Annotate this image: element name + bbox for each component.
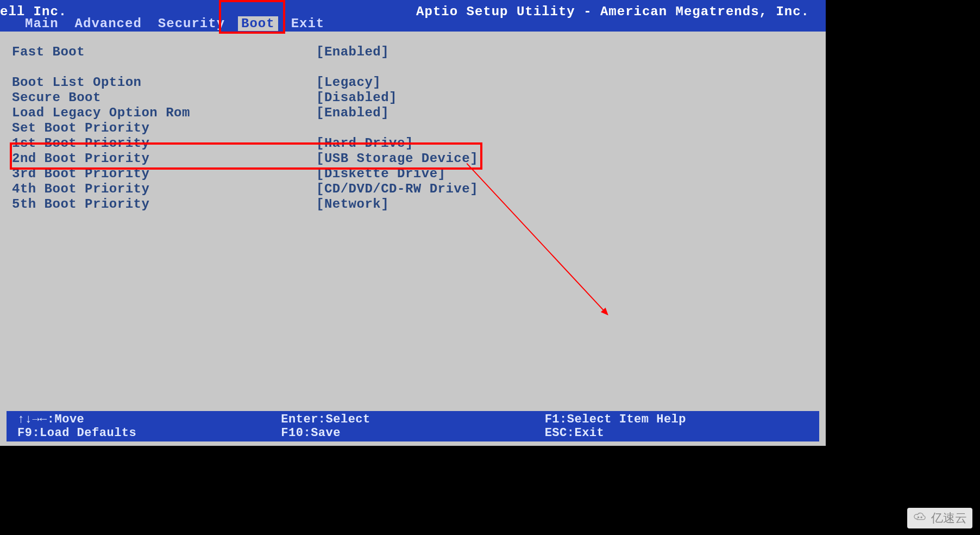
setting-label: 1st Boot Priority: [12, 136, 316, 151]
setting-label: Boot List Option: [12, 75, 316, 90]
setting-label: 4th Boot Priority: [12, 182, 316, 197]
watermark: 亿速云: [907, 508, 972, 528]
setting-value: [Legacy]: [316, 75, 381, 90]
setting-label: Set Boot Priority: [12, 121, 316, 136]
help-load-defaults: F9:Load Defaults: [17, 426, 281, 440]
utility-title: Aptio Setup Utility - American Megatrend…: [416, 4, 809, 19]
setting-fast-boot[interactable]: Fast Boot [Enabled]: [12, 45, 814, 60]
tab-exit[interactable]: Exit: [288, 16, 328, 31]
setting-value: [Diskette Drive]: [316, 166, 445, 182]
setting-value: [Enabled]: [316, 45, 389, 60]
setting-label: 5th Boot Priority: [12, 197, 316, 212]
help-item-help: F1:Select Item Help: [545, 413, 808, 426]
watermark-text: 亿速云: [931, 510, 967, 526]
settings-panel: Fast Boot [Enabled] Boot List Option [Le…: [7, 34, 819, 408]
setting-secure-boot[interactable]: Secure Boot [Disabled]: [12, 90, 814, 105]
cloud-icon: [913, 511, 928, 525]
setting-value: [Network]: [316, 197, 389, 212]
setting-boot-list-option[interactable]: Boot List Option [Legacy]: [12, 75, 814, 90]
help-select: Enter:Select: [281, 413, 544, 426]
setting-4th-boot-priority[interactable]: 4th Boot Priority [CD/DVD/CD-RW Drive]: [12, 182, 814, 197]
setting-3rd-boot-priority[interactable]: 3rd Boot Priority [Diskette Drive]: [12, 166, 814, 182]
help-bar: ↑↓→←:Move Enter:Select F1:Select Item He…: [7, 411, 819, 441]
help-save: F10:Save: [281, 426, 544, 440]
setting-label: [12, 60, 316, 75]
setting-set-boot-priority[interactable]: Set Boot Priority: [12, 121, 814, 136]
tab-advanced[interactable]: Advanced: [72, 16, 145, 31]
setting-1st-boot-priority[interactable]: 1st Boot Priority [Hard Drive]: [12, 136, 814, 151]
bios-screen: ell Inc. Aptio Setup Utility - American …: [0, 0, 826, 446]
help-move: ↑↓→←:Move: [17, 413, 281, 426]
setting-label: Fast Boot: [12, 45, 316, 60]
setting-2nd-boot-priority[interactable]: 2nd Boot Priority [USB Storage Device]: [12, 151, 814, 166]
setting-value: [Disabled]: [316, 90, 397, 105]
setting-load-legacy-option-rom[interactable]: Load Legacy Option Rom [Enabled]: [12, 105, 814, 121]
help-row-1: ↑↓→←:Move Enter:Select F1:Select Item He…: [17, 413, 808, 426]
svg-point-0: [918, 517, 919, 518]
help-row-2: F9:Load Defaults F10:Save ESC:Exit: [17, 426, 808, 440]
setting-value: [Hard Drive]: [316, 136, 413, 151]
setting-label: 2nd Boot Priority: [12, 151, 316, 166]
setting-value: [Enabled]: [316, 105, 389, 121]
setting-label: 3rd Boot Priority: [12, 166, 316, 182]
setting-value: [USB Storage Device]: [316, 151, 478, 166]
setting-label: Load Legacy Option Rom: [12, 105, 316, 121]
setting-value: [CD/DVD/CD-RW Drive]: [316, 182, 478, 197]
menu-bar: ell Inc. Aptio Setup Utility - American …: [0, 0, 826, 32]
setting-label: Secure Boot: [12, 90, 316, 105]
help-exit: ESC:Exit: [545, 426, 808, 440]
tab-list: Main Advanced Security Boot Exit: [22, 16, 328, 31]
setting-5th-boot-priority[interactable]: 5th Boot Priority [Network]: [12, 197, 814, 212]
tab-main[interactable]: Main: [22, 16, 62, 31]
tab-security[interactable]: Security: [155, 16, 228, 31]
svg-point-1: [921, 517, 922, 518]
blank-row: [12, 60, 814, 75]
tab-boot[interactable]: Boot: [238, 16, 278, 31]
